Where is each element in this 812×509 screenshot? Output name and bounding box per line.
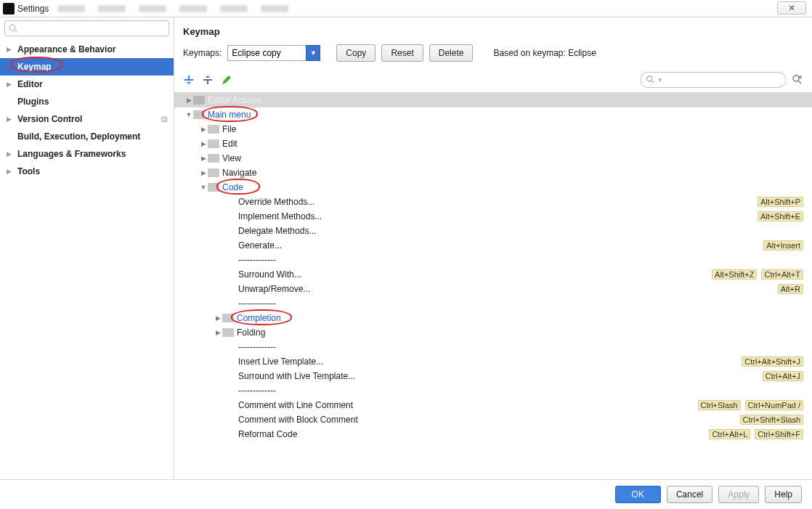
tree-item-label: ------------- (238, 386, 276, 396)
folder-icon (222, 328, 234, 337)
tree-row[interactable]: ------------- (174, 296, 812, 311)
tree-row[interactable]: ▼Code (174, 180, 812, 195)
sidebar-item[interactable]: ▶Tools (0, 163, 174, 180)
tree-row[interactable]: Override Methods...Alt+Shift+P (174, 195, 812, 209)
page-title: Keymap (174, 17, 812, 44)
keymaps-label: Keymaps: (183, 48, 222, 58)
tree-item-label: Edit (222, 139, 237, 149)
find-action-icon[interactable] (792, 74, 803, 86)
folder-icon (208, 125, 219, 134)
tree-row[interactable]: ▶Completion (174, 311, 812, 325)
sidebar-search-input[interactable] (4, 20, 169, 36)
svg-line-1 (15, 30, 17, 32)
sidebar-item[interactable]: ▶Version Control⧉ (0, 110, 174, 128)
tree-item-label: Insert Live Template... (238, 357, 323, 367)
sidebar-item[interactable]: ▶Editor (0, 76, 174, 93)
settings-content: Keymap Keymaps: ▼ Copy Reset Delete Base… (174, 17, 812, 479)
tree-item-label: Generate... (238, 240, 282, 251)
chevron-right-icon[interactable]: ▶ (199, 140, 208, 147)
window-close-button[interactable]: ✕ (777, 1, 806, 15)
chevron-right-icon: ▶ (4, 168, 13, 175)
tree-item-label: Comment with Block Comment (238, 415, 358, 425)
tree-item-label: Navigate (222, 168, 256, 178)
shortcut-list: Alt+R (778, 284, 803, 294)
tree-row[interactable]: Insert Live Template...Ctrl+Alt+Shift+J (174, 354, 812, 369)
tree-row[interactable]: Implement Methods...Alt+Shift+E (174, 209, 812, 224)
tree-row[interactable]: Comment with Block CommentCtrl+Shift+Sla… (174, 412, 812, 427)
svg-point-11 (793, 76, 799, 81)
tree-row[interactable]: Delegate Methods... (174, 224, 812, 238)
tree-row[interactable]: ------------- (174, 340, 812, 354)
chevron-right-icon[interactable]: ▶ (199, 155, 208, 162)
shortcut-list: Alt+Shift+ZCtrl+Alt+T (712, 269, 803, 280)
tree-row[interactable]: ▶View (174, 151, 812, 166)
copy-button[interactable]: Copy (336, 44, 375, 62)
tree-row[interactable]: Surround With...Alt+Shift+ZCtrl+Alt+T (174, 267, 812, 282)
collapse-icon[interactable] (202, 74, 214, 86)
tree-scroll[interactable]: ▶Editor Actions▼Main menu▶File▶Edit▶View… (174, 93, 812, 479)
shortcut-badge: Ctrl+NumPad / (745, 400, 803, 410)
cancel-button[interactable]: Cancel (667, 486, 712, 503)
shortcut-badge: Ctrl+Shift+Slash (740, 415, 803, 425)
sidebar-item-label: Tools (16, 166, 40, 176)
reset-button[interactable]: Reset (381, 44, 423, 62)
delete-button[interactable]: Delete (429, 44, 474, 62)
tree-row[interactable]: ▶Edit (174, 137, 812, 151)
tree-item-label: Folding (237, 327, 265, 338)
tree-row[interactable]: Surround with Live Template...Ctrl+Alt+J (174, 369, 812, 383)
tree-row[interactable]: ------------- (174, 253, 812, 267)
sidebar-item-label: Version Control (16, 114, 82, 124)
tree-row[interactable]: ▶Navigate (174, 166, 812, 180)
chevron-right-icon: ▶ (4, 81, 13, 88)
sidebar-item[interactable]: ▶Languages & Frameworks (0, 145, 174, 163)
shortcut-badge: Ctrl+Slash (698, 400, 741, 410)
ok-button[interactable]: OK (615, 486, 661, 503)
folder-icon (208, 139, 219, 148)
tree-row[interactable]: ▼Main menu (174, 107, 812, 122)
tree-item-label: ------------- (238, 255, 276, 265)
sidebar-item[interactable]: ▶Build, Execution, Deployment (0, 128, 174, 145)
tree-item-label: File (222, 124, 236, 134)
tree-row[interactable]: Comment with Line CommentCtrl+SlashCtrl+… (174, 398, 812, 412)
chevron-right-icon[interactable]: ▶ (214, 329, 222, 336)
tree-item-label: Editor Actions (208, 95, 261, 105)
tree-row[interactable]: ▶Folding (174, 325, 812, 340)
chevron-down-icon[interactable]: ▼ (306, 45, 320, 61)
chevron-right-icon[interactable]: ▶ (214, 314, 222, 322)
tree-item-label: Surround with Live Template... (238, 371, 355, 381)
svg-rect-3 (188, 76, 190, 79)
tree-item-label: View (222, 153, 241, 163)
chevron-down-icon[interactable]: ▼ (199, 184, 208, 191)
tree-item-label: Delegate Methods... (238, 226, 316, 236)
shortcut-list: Alt+Shift+E (758, 211, 803, 221)
window-title: Settings (17, 4, 49, 14)
tree-row[interactable]: Reformat CodeCtrl+Alt+LCtrl+Shift+F (174, 427, 812, 441)
expand-icon[interactable] (183, 74, 195, 86)
tree-row[interactable]: ▶Editor Actions (174, 93, 812, 107)
shortcut-search-input[interactable]: ▼ (641, 72, 786, 88)
tree-row[interactable]: ▶File (174, 122, 812, 137)
chevron-down-icon[interactable]: ▼ (184, 111, 193, 118)
apply-button[interactable]: Apply (718, 486, 759, 503)
sidebar-item[interactable]: ▶Appearance & Behavior (0, 41, 174, 58)
shortcut-list: Alt+Shift+P (758, 197, 803, 207)
chevron-right-icon[interactable]: ▶ (184, 97, 193, 104)
shortcut-list: Ctrl+Alt+Shift+J (742, 357, 803, 367)
sidebar-item[interactable]: ▶Plugins (0, 93, 174, 110)
chevron-right-icon[interactable]: ▶ (199, 126, 208, 133)
tree-row[interactable]: Generate...Alt+Insert (174, 238, 812, 253)
svg-rect-2 (184, 79, 193, 81)
help-button[interactable]: Help (765, 486, 802, 503)
folder-icon (208, 183, 219, 192)
chevron-right-icon[interactable]: ▶ (199, 169, 208, 176)
keymaps-value[interactable] (227, 45, 306, 61)
tree-item-label: Reformat Code (238, 429, 297, 439)
keymaps-select[interactable]: ▼ (227, 45, 320, 61)
edit-icon[interactable] (221, 74, 232, 86)
chevron-right-icon: ▶ (4, 46, 13, 53)
tree-row[interactable]: ------------- (174, 383, 812, 398)
tree-item-label: Override Methods... (238, 197, 314, 207)
sidebar-item[interactable]: ▶Keymap (0, 58, 174, 76)
shortcut-list: Ctrl+SlashCtrl+NumPad / (698, 400, 804, 410)
tree-row[interactable]: Unwrap/Remove...Alt+R (174, 282, 812, 296)
